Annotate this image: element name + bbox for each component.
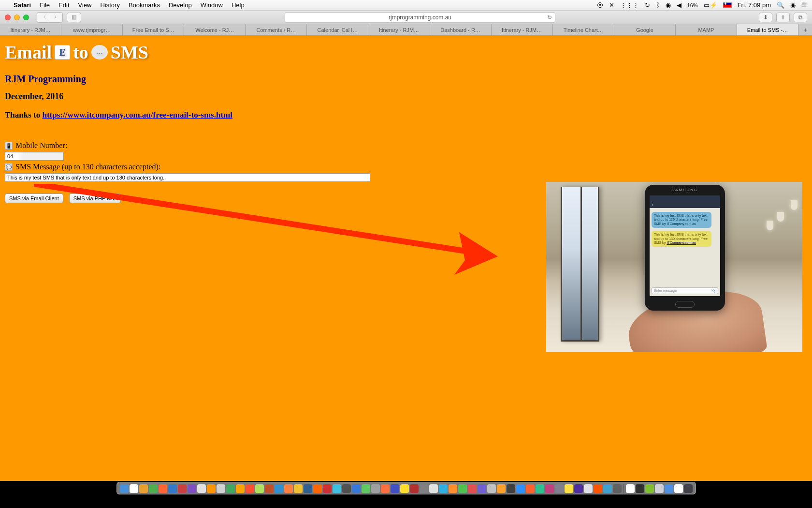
- dock-app-icon[interactable]: [565, 484, 573, 493]
- browser-tab[interactable]: Timeline Chart…: [553, 24, 614, 35]
- browser-tab[interactable]: Itinerary - RJM…: [492, 24, 553, 35]
- dock-app-icon[interactable]: [391, 484, 399, 493]
- dock-app-icon[interactable]: [665, 484, 673, 493]
- dock-app-icon[interactable]: [526, 484, 535, 493]
- browser-tab[interactable]: Itinerary - RJM…: [0, 24, 61, 35]
- dock-app-icon[interactable]: [497, 484, 506, 493]
- sms-message-input[interactable]: [5, 173, 370, 182]
- browser-tab[interactable]: Dashboard ‹ R…: [430, 24, 492, 35]
- volume-icon[interactable]: ◀: [677, 1, 682, 9]
- dock-app-icon[interactable]: [381, 484, 390, 493]
- browser-tab[interactable]: Google: [614, 24, 676, 35]
- dock-app-icon[interactable]: [159, 484, 167, 493]
- dock-app-icon[interactable]: [246, 484, 254, 493]
- notification-center-icon[interactable]: ☰: [801, 1, 807, 9]
- status-icon[interactable]: ⋮⋮⋮: [620, 1, 639, 9]
- back-button[interactable]: 〈: [37, 13, 50, 22]
- dock-app-icon[interactable]: [516, 484, 525, 493]
- sms-via-email-client-button[interactable]: SMS via Email Client: [5, 194, 63, 203]
- dock-app-icon[interactable]: [626, 484, 635, 493]
- dock-app-icon[interactable]: [304, 484, 312, 493]
- browser-tab[interactable]: Calendar iCal I…: [307, 24, 368, 35]
- dock-app-icon[interactable]: [265, 484, 274, 493]
- menu-help[interactable]: Help: [232, 1, 245, 9]
- dock-app-icon[interactable]: [168, 484, 177, 493]
- bluetooth-icon[interactable]: ᛒ: [656, 1, 660, 9]
- input-source-flag-icon[interactable]: [723, 2, 732, 8]
- close-window-button[interactable]: [5, 15, 11, 20]
- spotlight-icon[interactable]: 🔍: [777, 1, 784, 9]
- dock-app-icon[interactable]: [536, 484, 544, 493]
- dock-app-icon[interactable]: [684, 484, 693, 493]
- reload-icon[interactable]: ↻: [547, 14, 552, 21]
- dock-app-icon[interactable]: [342, 484, 351, 493]
- dock-app-icon[interactable]: [410, 484, 419, 493]
- app-menu[interactable]: Safari: [14, 1, 31, 9]
- dock-app-icon[interactable]: [555, 484, 564, 493]
- menubar-clock[interactable]: Fri. 7:09 pm: [738, 1, 771, 9]
- browser-tab[interactable]: Itinerary - RJM…: [368, 24, 430, 35]
- dock-app-icon[interactable]: [275, 484, 283, 493]
- address-bar[interactable]: rjmprogramming.com.au ↻: [285, 12, 555, 23]
- dock-app-icon[interactable]: [178, 484, 187, 493]
- dock-app-icon[interactable]: [449, 484, 457, 493]
- dock-app-icon[interactable]: [645, 484, 654, 493]
- dock-app-icon[interactable]: [420, 484, 428, 493]
- forward-button[interactable]: 〉: [50, 13, 62, 22]
- dock-app-icon[interactable]: [130, 484, 138, 493]
- dock-app-icon[interactable]: [333, 484, 341, 493]
- share-button[interactable]: ⇪: [776, 13, 790, 22]
- dock-app-icon[interactable]: [613, 484, 622, 493]
- dock-app-icon[interactable]: [655, 484, 664, 493]
- battery-icon[interactable]: ▭⚡: [704, 1, 717, 9]
- status-icon[interactable]: ✕: [609, 1, 614, 9]
- browser-tab-active[interactable]: Email to SMS -…: [737, 24, 798, 35]
- menu-develop[interactable]: Develop: [169, 1, 192, 9]
- dock-app-icon[interactable]: [468, 484, 477, 493]
- dock-app-icon[interactable]: [362, 484, 370, 493]
- browser-tab[interactable]: MAMP: [676, 24, 737, 35]
- menu-file[interactable]: File: [40, 1, 50, 9]
- dock-app-icon[interactable]: [439, 484, 448, 493]
- tabs-button[interactable]: ⧉: [794, 13, 807, 22]
- mobile-number-input[interactable]: [5, 152, 64, 161]
- dock-app-icon[interactable]: [574, 484, 583, 493]
- dock-app-icon[interactable]: [371, 484, 380, 493]
- dock-app-icon[interactable]: [217, 484, 225, 493]
- browser-tab[interactable]: Welcome - RJ…: [184, 24, 246, 35]
- dock-app-icon[interactable]: [674, 484, 683, 493]
- dock-app-icon[interactable]: [226, 484, 235, 493]
- dock-app-icon[interactable]: [236, 484, 245, 493]
- dock-app-icon[interactable]: [323, 484, 332, 493]
- menu-view[interactable]: View: [78, 1, 92, 9]
- sms-via-php-mail-button[interactable]: SMS via PHP Mail: [69, 194, 121, 203]
- dock-app-icon[interactable]: [603, 484, 612, 493]
- zoom-window-button[interactable]: [23, 15, 29, 20]
- dock-app-icon[interactable]: [594, 484, 602, 493]
- minimize-window-button[interactable]: [14, 15, 20, 20]
- dock-app-icon[interactable]: [255, 484, 264, 493]
- dock-app-icon[interactable]: [429, 484, 438, 493]
- dock-app-icon[interactable]: [352, 484, 361, 493]
- new-tab-button[interactable]: ＋: [798, 24, 812, 35]
- dock-app-icon[interactable]: [458, 484, 467, 493]
- menu-bookmarks[interactable]: Bookmarks: [129, 1, 160, 9]
- dock-app-icon[interactable]: [149, 484, 158, 493]
- dock-app-icon[interactable]: [284, 484, 293, 493]
- status-icon[interactable]: ⦿: [597, 1, 603, 9]
- thanks-link[interactable]: https://www.itcompany.com.au/free-email-…: [42, 110, 232, 120]
- browser-tab[interactable]: Comments ‹ R…: [246, 24, 307, 35]
- dock-app-icon[interactable]: [545, 484, 554, 493]
- dock-app-icon[interactable]: [197, 484, 206, 493]
- siri-icon[interactable]: ◉: [790, 1, 796, 9]
- dock-app-icon[interactable]: [400, 484, 409, 493]
- dock-app-icon[interactable]: [120, 484, 129, 493]
- wifi-icon[interactable]: ◉: [666, 1, 671, 9]
- dock-app-icon[interactable]: [636, 484, 644, 493]
- status-icon[interactable]: ↻: [645, 1, 650, 9]
- dock-app-icon[interactable]: [188, 484, 196, 493]
- dock-app-icon[interactable]: [294, 484, 303, 493]
- browser-tab[interactable]: www.rjmprogr…: [61, 24, 123, 35]
- dock-app-icon[interactable]: [313, 484, 322, 493]
- browser-tab[interactable]: Free Email to S…: [123, 24, 184, 35]
